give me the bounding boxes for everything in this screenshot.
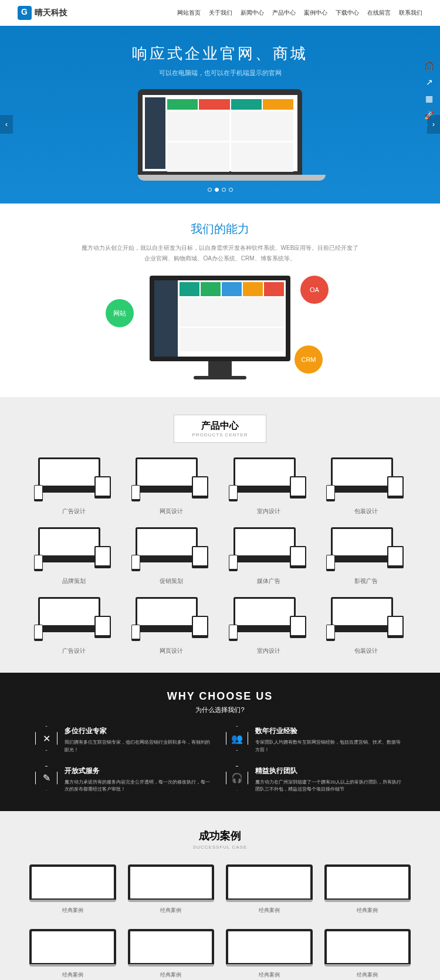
cases-title: 成功案例 (29, 829, 411, 843)
product-item[interactable]: 品牌策划 (29, 527, 118, 585)
why-item-title: 开放式服务 (65, 766, 214, 776)
products-title-box: 产品中心 PRODUCTS CENTER (174, 415, 266, 443)
nav-item[interactable]: 产品中心 (272, 9, 296, 17)
ability-desc: 魔方动力从创立开始，就以自主研发为目标，以自身需求开发各种软件系统、WEB应用等… (79, 243, 361, 264)
why-icon: ✕ (35, 726, 57, 751)
why-icon: ✎ (35, 766, 57, 791)
products-section: 产品中心 PRODUCTS CENTER 广告设计网页设计室内设计包装设计品牌策… (0, 397, 440, 673)
header: 晴天科技 网站首页关于我们新闻中心产品中心案例中心下载中心在线留言联系我们 (0, 0, 440, 26)
logo-text: 晴天科技 (35, 8, 67, 18)
why-section: WHY CHOOSE US 为什么选择我们? ✕多位行业专家我们拥有多位互联营销… (0, 673, 440, 811)
products-title: 产品中心 (192, 420, 248, 432)
why-icon: 👥 (226, 726, 248, 751)
case-label: 经典案例 (324, 907, 411, 914)
products-grid: 广告设计网页设计室内设计包装设计品牌策划促销策划媒体广告影视广告广告设计网页设计… (29, 457, 411, 655)
why-item-title: 精益执行团队 (255, 766, 405, 776)
nav-item[interactable]: 联系我们 (399, 9, 422, 17)
case-label: 经典案例 (29, 971, 116, 979)
case-label: 经典案例 (128, 971, 215, 979)
case-item[interactable]: 经典案例 (128, 929, 215, 979)
product-item[interactable]: 网页设计 (127, 457, 215, 516)
side-tools: 🎧 ↗ ▦ 🚀 (424, 61, 434, 120)
product-label: 影视广告 (322, 577, 411, 585)
case-item[interactable]: 经典案例 (226, 864, 313, 914)
product-item[interactable]: 广告设计 (29, 597, 118, 655)
product-item[interactable]: 室内设计 (225, 597, 313, 655)
case-label: 经典案例 (226, 971, 313, 979)
cases-section: 成功案例 SUCCESSFUL CASE 经典案例经典案例经典案例经典案例经典案… (0, 811, 440, 980)
why-icon: 🎧 (226, 766, 248, 791)
product-label: 广告设计 (29, 507, 118, 516)
why-grid: ✕多位行业专家我们拥有多位互联营销专家，他们在网络营销行业耕耘多年，有独到的眼光… (35, 726, 405, 794)
case-label: 经典案例 (29, 907, 116, 914)
product-item[interactable]: 包装设计 (322, 457, 411, 516)
why-item-desc: 专家团队人均拥有数年互联网营销经验，包括百度营销、技术、数据等方面！ (255, 739, 405, 754)
product-label: 包装设计 (322, 507, 411, 516)
rocket-icon[interactable]: 🚀 (424, 110, 434, 120)
nav-item[interactable]: 下载中心 (336, 9, 359, 17)
carousel-dot[interactable] (222, 188, 226, 192)
ability-section: 我们的能力 魔方动力从创立开始，就以自主研发为目标，以自身需求开发各种软件系统、… (0, 204, 440, 397)
why-item-desc: 我们拥有多位互联营销专家，他们在网络营销行业耕耘多年，有独到的眼光！ (65, 739, 214, 754)
case-item[interactable]: 经典案例 (324, 864, 411, 914)
carousel-dots (0, 188, 440, 192)
product-label: 网页设计 (127, 647, 215, 655)
nav-item[interactable]: 网站首页 (177, 9, 201, 17)
why-item: 👥数年行业经验专家团队人均拥有数年互联网营销经验，包括百度营销、技术、数据等方面… (226, 726, 405, 754)
cases-subtitle: SUCCESSFUL CASE (29, 845, 411, 850)
why-item-title: 多位行业专家 (65, 726, 214, 736)
case-item[interactable]: 经典案例 (128, 864, 215, 914)
hero-banner: ‹ › 🎧 ↗ ▦ 🚀 响应式企业官网、商城 可以在电脑端，也可以在手机端显示的… (0, 26, 440, 204)
headset-icon[interactable]: 🎧 (424, 61, 434, 70)
nav-item[interactable]: 新闻中心 (241, 9, 264, 17)
why-title: WHY CHOOSE US (35, 690, 405, 703)
case-item[interactable]: 经典案例 (226, 929, 313, 979)
product-item[interactable]: 网页设计 (127, 597, 215, 655)
carousel-dot[interactable] (229, 188, 233, 192)
why-subtitle: 为什么选择我们? (35, 706, 405, 714)
cases-grid: 经典案例经典案例经典案例经典案例经典案例经典案例经典案例经典案例 (29, 864, 411, 979)
circle-oa[interactable]: OA (300, 276, 329, 304)
product-label: 包装设计 (322, 647, 411, 655)
case-label: 经典案例 (128, 907, 215, 914)
circle-web[interactable]: 网站 (106, 299, 134, 327)
qr-icon[interactable]: ▦ (424, 94, 434, 103)
case-item[interactable]: 经典案例 (29, 864, 116, 914)
nav-item[interactable]: 关于我们 (209, 9, 232, 17)
why-item: ✎开放式服务魔方动力承诺所有的服务内容完全公开透明，每一次的修改执行，每一次的发… (35, 766, 214, 794)
why-item: 🎧精益执行团队魔方动力在广州深圳组建了一个拥有20人以上的常执行团队，所有执行团… (226, 766, 405, 794)
case-item[interactable]: 经典案例 (324, 929, 411, 979)
why-item-desc: 魔方动力在广州深圳组建了一个拥有20人以上的常执行团队，所有执行团队三不外包，精… (255, 779, 405, 794)
logo[interactable]: 晴天科技 (18, 6, 67, 20)
nav-item[interactable]: 在线留言 (367, 9, 391, 17)
carousel-dot[interactable] (208, 188, 212, 192)
products-subtitle: PRODUCTS CENTER (192, 432, 248, 438)
product-item[interactable]: 影视广告 (322, 527, 411, 585)
why-item-desc: 魔方动力承诺所有的服务内容完全公开透明，每一次的修改执行，每一次的发布都需经过客… (65, 779, 214, 794)
carousel-prev[interactable]: ‹ (0, 115, 13, 134)
hero-title: 响应式企业官网、商城 (0, 43, 440, 64)
case-item[interactable]: 经典案例 (29, 929, 116, 979)
nav-item[interactable]: 案例中心 (304, 9, 327, 17)
product-label: 广告设计 (29, 647, 118, 655)
product-label: 室内设计 (225, 507, 313, 516)
product-label: 促销策划 (127, 577, 215, 585)
why-item-title: 数年行业经验 (255, 726, 405, 736)
ability-title: 我们的能力 (35, 221, 405, 237)
product-item[interactable]: 广告设计 (29, 457, 118, 516)
circle-crm[interactable]: CRM (295, 345, 323, 374)
product-item[interactable]: 包装设计 (322, 597, 411, 655)
product-item[interactable]: 室内设计 (225, 457, 313, 516)
case-label: 经典案例 (226, 907, 313, 914)
product-label: 室内设计 (225, 647, 313, 655)
nav: 网站首页关于我们新闻中心产品中心案例中心下载中心在线留言联系我们 (177, 9, 422, 17)
product-item[interactable]: 促销策划 (127, 527, 215, 585)
share-icon[interactable]: ↗ (424, 77, 434, 87)
carousel-dot[interactable] (215, 188, 219, 192)
product-label: 媒体广告 (225, 577, 313, 585)
product-label: 品牌策划 (29, 577, 118, 585)
why-item: ✕多位行业专家我们拥有多位互联营销专家，他们在网络营销行业耕耘多年，有独到的眼光… (35, 726, 214, 754)
hero-subtitle: 可以在电脑端，也可以在手机端显示的官网 (0, 69, 440, 77)
product-item[interactable]: 媒体广告 (225, 527, 313, 585)
hero-laptop (138, 89, 302, 181)
